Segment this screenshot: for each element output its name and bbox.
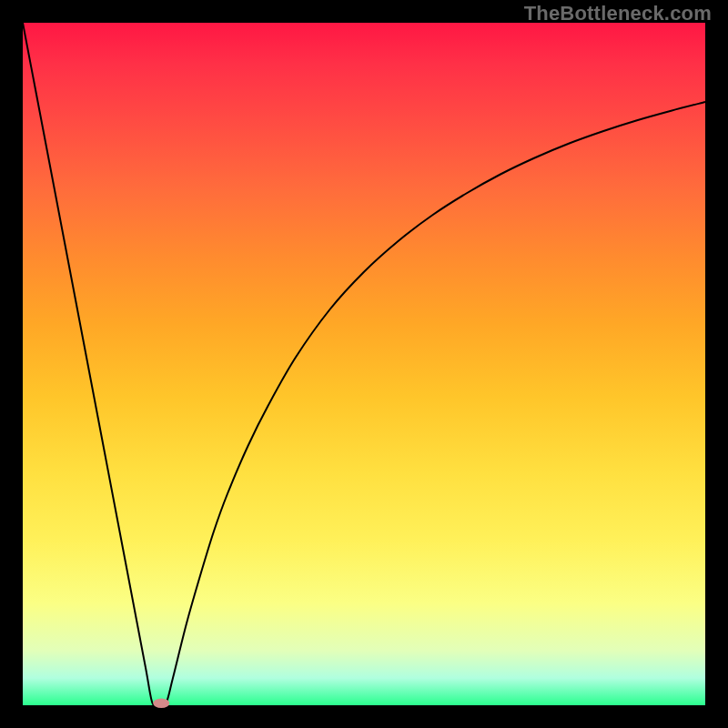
bottleneck-curve bbox=[23, 23, 705, 707]
plot-area bbox=[23, 23, 705, 705]
minimum-marker bbox=[153, 699, 169, 709]
chart-frame: TheBottleneck.com bbox=[0, 0, 728, 728]
curve-svg bbox=[23, 23, 705, 705]
